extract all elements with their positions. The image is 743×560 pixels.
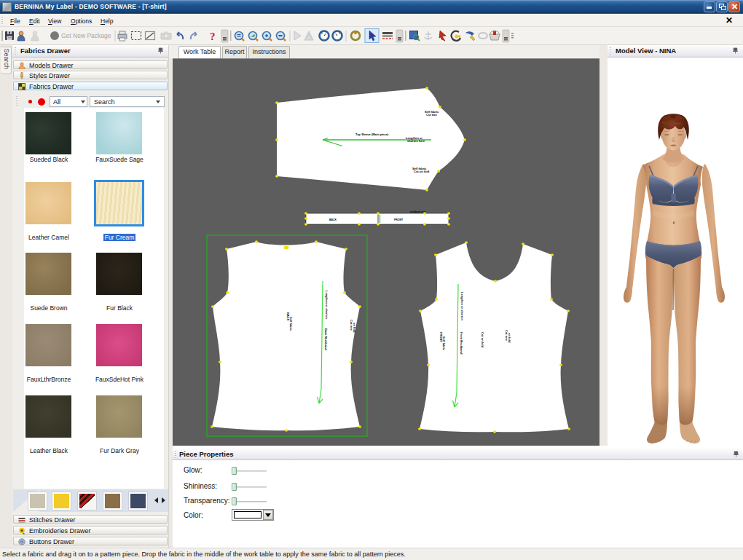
svg-text:Self fabric: Self fabric (289, 317, 293, 331)
svg-text:Top Sleeve (Main piece): Top Sleeve (Main piece) (355, 133, 389, 136)
svg-text:shorten here: shorten here (407, 139, 425, 143)
svg-text:on fold: on fold (353, 323, 356, 333)
svg-text:Self fabric: Self fabric (442, 336, 446, 351)
svg-text:Cut two: Cut two (426, 113, 437, 117)
svg-text:Back Neckband: Back Neckband (324, 328, 328, 350)
svg-text:FRONT: FRONT (394, 218, 404, 221)
svg-text:on fold: on fold (508, 333, 511, 343)
svg-text:Cut on fold: Cut on fold (481, 332, 484, 348)
svg-text:BACK: BACK (329, 218, 337, 221)
svg-text:Lengthen or shorten: Lengthen or shorten (325, 291, 329, 319)
svg-text:Lengthen or shorten: Lengthen or shorten (460, 292, 464, 320)
svg-text:Get New Package: Get New Package (61, 32, 111, 39)
svg-text:Cut on fold: Cut on fold (414, 170, 430, 173)
svg-text:?: ? (210, 31, 216, 42)
svg-text:Front Neckband: Front Neckband (460, 332, 463, 355)
